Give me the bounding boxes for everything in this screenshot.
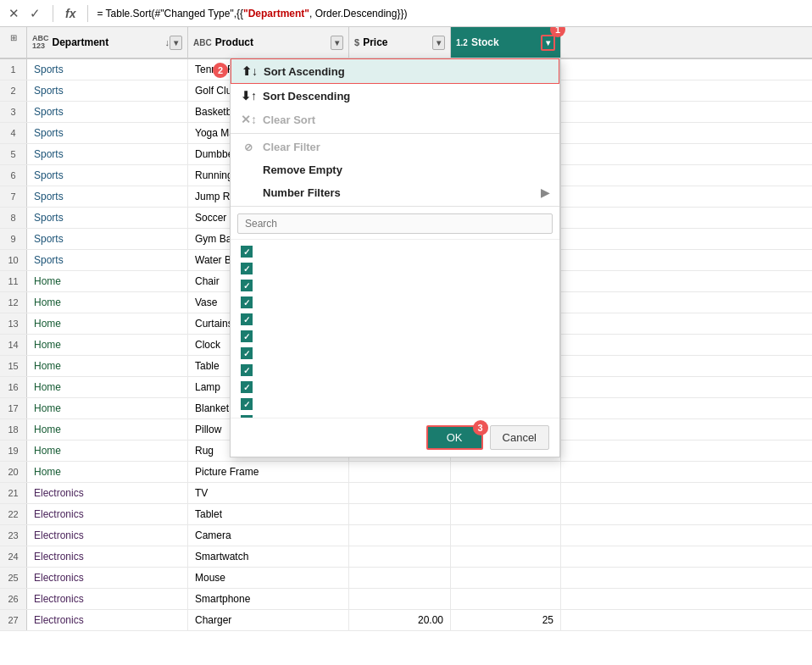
product-cell[interactable]: Smartphone xyxy=(188,589,349,609)
dept-cell[interactable]: Sports xyxy=(27,123,188,143)
checkbox-item[interactable]: ✓ 8 xyxy=(231,294,559,311)
dept-cell[interactable]: Sports xyxy=(27,186,188,207)
product-cell[interactable]: Camera xyxy=(188,525,349,546)
close-icon[interactable]: ✕ xyxy=(5,4,23,23)
stock-cell xyxy=(451,568,561,588)
dept-cell[interactable]: Electronics xyxy=(27,504,188,524)
dept-dropdown-btn[interactable]: ▾ xyxy=(170,36,182,50)
stock-cell: 25 xyxy=(451,610,561,630)
dept-cell[interactable]: Home xyxy=(27,398,188,418)
row-num: 22 xyxy=(0,504,27,524)
dept-cell[interactable]: Home xyxy=(27,313,188,334)
search-box-wrap xyxy=(231,208,559,240)
dept-cell[interactable]: Electronics xyxy=(27,568,188,588)
product-cell[interactable]: Picture Frame xyxy=(188,462,349,482)
price-cell xyxy=(349,483,451,503)
dept-cell[interactable]: Sports xyxy=(27,208,188,228)
row-num: 13 xyxy=(0,313,27,334)
checkbox-item[interactable]: ✓ 10 xyxy=(231,311,559,328)
checkbox[interactable]: ✓ xyxy=(241,263,253,274)
product-cell[interactable]: TV xyxy=(188,483,349,503)
checkbox[interactable]: ✓ xyxy=(241,313,253,325)
prod-dropdown-btn[interactable]: ▾ xyxy=(331,36,343,50)
checkbox[interactable]: ✓ xyxy=(241,381,253,393)
dept-cell[interactable]: Sports xyxy=(27,165,188,186)
sort-ascending-item[interactable]: 2 ⬆↓ Sort Ascending xyxy=(231,58,559,84)
price-cell xyxy=(349,546,451,567)
price-cell xyxy=(349,462,451,482)
formula-bar-controls[interactable]: ✕ ✓ xyxy=(5,4,44,23)
row-num: 6 xyxy=(0,165,27,186)
stock-dropdown-btn[interactable]: ▾ xyxy=(541,35,555,51)
dept-cell[interactable]: Sports xyxy=(27,80,188,101)
dept-cell[interactable]: Electronics xyxy=(27,589,188,609)
annotation-badge-1: 1 xyxy=(550,27,565,37)
row-num: 2 xyxy=(0,80,27,101)
product-cell[interactable]: Tablet xyxy=(188,504,349,524)
check-icon[interactable]: ✓ xyxy=(26,4,44,23)
dept-cell[interactable]: Home xyxy=(27,292,188,313)
checkbox-item[interactable]: ✓ 22 xyxy=(231,396,559,413)
checkbox-label: 22 xyxy=(259,398,270,410)
product-cell[interactable]: Smartwatch xyxy=(188,546,349,567)
remove-empty-item[interactable]: Remove Empty xyxy=(231,158,559,181)
row-num: 18 xyxy=(0,419,27,440)
dept-cell[interactable]: Electronics xyxy=(27,546,188,567)
checkbox[interactable]: ✓ xyxy=(241,364,253,376)
checkbox[interactable]: ✓ xyxy=(241,296,253,308)
product-cell[interactable]: Charger xyxy=(188,610,349,630)
checkbox-item[interactable]: ✓ 6 xyxy=(231,277,559,294)
checkbox-item[interactable]: ✓ 15 xyxy=(231,345,559,362)
dept-cell[interactable]: Sports xyxy=(27,59,188,80)
price-header[interactable]: $ Price ▾ xyxy=(349,27,451,58)
stock-header[interactable]: 1.2 Stock ▾ 1 2 ⬆↓ Sort Ascending ⬇↑ Sor… xyxy=(451,27,561,58)
dept-cell[interactable]: Home xyxy=(27,377,188,397)
checkbox-item[interactable]: ✓ (Select All) xyxy=(231,243,559,260)
checkbox-item[interactable]: ✓ 12 xyxy=(231,328,559,345)
dept-header[interactable]: ABC123 Department ↓ ▾ xyxy=(27,27,188,58)
prod-header[interactable]: ABC Product ▾ xyxy=(188,27,349,58)
dept-cell[interactable]: Electronics xyxy=(27,525,188,546)
sort-descending-item[interactable]: ⬇↑ Sort Descending xyxy=(231,84,559,108)
clear-sort-icon: ✕↕ xyxy=(241,113,256,126)
dept-cell[interactable]: Electronics xyxy=(27,610,188,630)
menu-separator-2 xyxy=(231,206,559,207)
product-cell[interactable]: Mouse xyxy=(188,568,349,588)
row-num: 1 xyxy=(0,59,27,80)
price-dropdown-btn[interactable]: ▾ xyxy=(432,36,445,50)
table-row: 22 Electronics Tablet xyxy=(0,504,812,525)
number-filters-item[interactable]: Number Filters ▶ xyxy=(231,181,559,204)
dept-cell[interactable]: Home xyxy=(27,335,188,355)
dept-type-icon: ABC123 xyxy=(32,35,49,50)
search-input[interactable] xyxy=(237,213,553,234)
checkbox[interactable]: ✓ xyxy=(241,280,253,291)
dept-cell[interactable]: Electronics xyxy=(27,483,188,503)
ok-button[interactable]: OK 3 xyxy=(426,425,483,450)
dept-cell[interactable]: Home xyxy=(27,462,188,482)
stock-cell xyxy=(451,525,561,546)
checkbox[interactable]: ✓ xyxy=(241,246,253,258)
cancel-button[interactable]: Cancel xyxy=(490,425,549,450)
table-row: 27 Electronics Charger 20.00 25 xyxy=(0,610,812,631)
checkbox-item[interactable]: ✓ 5 xyxy=(231,260,559,277)
checkbox-item[interactable]: ✓ 20 xyxy=(231,379,559,396)
dept-cell[interactable]: Sports xyxy=(27,144,188,164)
dept-cell[interactable]: Home xyxy=(27,271,188,291)
dept-cell[interactable]: Home xyxy=(27,441,188,461)
dept-cell[interactable]: Home xyxy=(27,419,188,440)
row-num: 16 xyxy=(0,377,27,397)
dept-cell[interactable]: Home xyxy=(27,356,188,376)
stock-cell xyxy=(451,483,561,503)
checkbox[interactable]: ✓ xyxy=(241,330,253,342)
table-row: 20 Home Picture Frame xyxy=(0,462,812,483)
dept-cell[interactable]: Sports xyxy=(27,250,188,270)
dept-cell[interactable]: Sports xyxy=(27,102,188,122)
checkbox[interactable]: ✓ xyxy=(241,347,253,359)
checkbox[interactable]: ✓ xyxy=(241,398,253,410)
checkbox-list: ✓ (Select All) ✓ 5 ✓ 6 ✓ 8 ✓ 10 ✓ 12 ✓ 1… xyxy=(231,240,559,418)
row-num: 14 xyxy=(0,335,27,355)
dept-cell[interactable]: Sports xyxy=(27,229,188,249)
checkbox-item[interactable]: ✓ 18 xyxy=(231,362,559,379)
row-num: 4 xyxy=(0,123,27,143)
checkbox-label: 20 xyxy=(259,381,270,393)
